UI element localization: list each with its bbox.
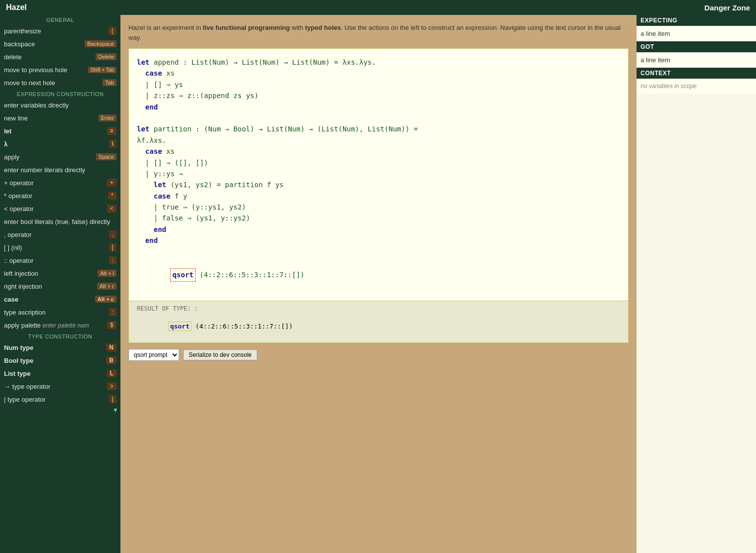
sidebar-item-newline[interactable]: new line Enter	[0, 111, 120, 124]
code-line-10: | y::ys ⇒	[137, 168, 620, 179]
shortcut-times: *	[108, 192, 116, 200]
sidebar-item-apply[interactable]: apply Space	[0, 150, 120, 163]
shortcut-lambda: \	[109, 140, 116, 148]
sidebar-item-times[interactable]: * operator *	[0, 189, 120, 202]
code-line-2: case xs	[137, 68, 620, 79]
sidebar-scroll-down[interactable]: ▼	[112, 407, 118, 414]
right-panel: EXPECTING a line item GOT a line item CO…	[637, 15, 756, 553]
sidebar-label-newline: new line	[4, 114, 28, 122]
result-label: RESULT OF TYPE: :	[137, 305, 620, 312]
shortcut-prev-hole: Shift + Tab	[88, 67, 116, 73]
danger-zone-label: Danger Zone	[704, 3, 750, 12]
sidebar-label-arrow-type: → type operator	[4, 383, 50, 390]
sidebar-item-let[interactable]: let =	[0, 124, 120, 137]
result-qsort-box: qsort	[168, 322, 192, 331]
shortcut-apply: Space	[96, 153, 116, 160]
sidebar-item-next-hole[interactable]: move to next hole Tab	[0, 76, 120, 89]
sidebar-label-let: let	[4, 127, 11, 135]
context-title: CONTEXT	[637, 68, 756, 79]
shortcut-list-type: L	[107, 369, 116, 377]
center-content: Hazel is an experiment in live functiona…	[120, 15, 637, 553]
code-editor[interactable]: let append : List(Num) → List(Num) → Lis…	[128, 48, 629, 301]
code-line-12: case f y	[137, 191, 620, 202]
sidebar-label-delete: delete	[4, 53, 21, 61]
sidebar-item-palette[interactable]: apply palette enter palette nam $	[0, 319, 120, 332]
got-value: a line item	[637, 52, 756, 68]
code-line-6: let partition : (Num → Bool) → List(Num)…	[137, 123, 620, 134]
sidebar-label-num-type: Num type	[4, 344, 33, 351]
sidebar-label-nil: [ ] (nil)	[4, 244, 22, 251]
sidebar-item-backspace[interactable]: backspace Backspace	[0, 37, 120, 50]
result-section: RESULT OF TYPE: : qsort (4::2::6::5::3::…	[128, 301, 629, 343]
sidebar-item-sum-type[interactable]: | type operator |	[0, 393, 120, 406]
shortcut-bool-type: B	[106, 356, 116, 364]
code-line-16: end	[137, 235, 620, 246]
sidebar-item-num-type[interactable]: Num type N	[0, 341, 120, 354]
bottom-bar: qsort prompt Serialize to dev console	[128, 349, 629, 361]
sidebar-label-right-inj: right injection	[4, 283, 42, 290]
sidebar-item-bool-type[interactable]: Bool type B	[0, 354, 120, 367]
sidebar-label-cons: :: operator	[4, 257, 33, 264]
sidebar-item-parenthesize[interactable]: parenthesize (	[0, 24, 120, 37]
sidebar-item-comma[interactable]: , operator ,	[0, 228, 120, 241]
sidebar-item-arrow-type[interactable]: → type operator >	[0, 380, 120, 393]
code-line-14: | false ⇒ (ys1, y::ys2)	[137, 213, 620, 223]
sidebar-label-next-hole: move to next hole	[4, 79, 55, 87]
sidebar-label-palette: apply palette enter palette nam	[4, 322, 89, 329]
sidebar-label-lt: < operator	[4, 205, 34, 213]
code-line-expr: qsort (4::2::6::5::3::1::7::[])	[137, 257, 620, 293]
sidebar-item-lambda[interactable]: λ \	[0, 137, 120, 150]
sidebar-label-times: * operator	[4, 192, 32, 200]
context-value: no variables in scope	[637, 79, 756, 94]
sidebar: GENERAL parenthesize ( backspace Backspa…	[0, 15, 120, 553]
sidebar-item-delete[interactable]: delete Delete	[0, 50, 120, 63]
type-section-title: TYPE CONSTRUCTION	[0, 332, 120, 341]
sidebar-label-list-type: List type	[4, 370, 30, 377]
expression-section-title: EXPRESSION CONSTRUCTION	[0, 89, 120, 99]
sidebar-label-enter-vars: enter variables directly	[4, 102, 69, 109]
shortcut-next-hole: Tab	[103, 79, 116, 86]
sidebar-item-case[interactable]: case Alt + c	[0, 293, 120, 306]
shortcut-let: =	[107, 127, 116, 135]
sidebar-label-enter-bools: enter bool literals (true, false) direct…	[4, 218, 110, 225]
code-line-13: | true ⇒ (y::ys1, ys2)	[137, 202, 620, 213]
shortcut-right-inj: Alt + r	[97, 283, 116, 290]
shortcut-parenthesize: (	[108, 27, 116, 35]
sidebar-item-nil[interactable]: [ ] (nil) [	[0, 241, 120, 254]
prompt-dropdown[interactable]: qsort prompt	[128, 349, 179, 361]
main-layout: GENERAL parenthesize ( backspace Backspa…	[0, 15, 756, 553]
sidebar-label-comma: , operator	[4, 231, 32, 238]
code-line-5: end	[137, 102, 620, 112]
sidebar-item-cons[interactable]: :: operator :	[0, 254, 120, 267]
shortcut-nil: [	[109, 243, 116, 251]
code-line-3: | [] ⇒ ys	[137, 79, 620, 90]
sidebar-label-plus: + operator	[4, 179, 34, 187]
expecting-value: a line item	[637, 26, 756, 41]
sidebar-label-backspace: backspace	[4, 40, 35, 48]
sidebar-item-enter-bools: enter bool literals (true, false) direct…	[0, 215, 120, 228]
serialize-button[interactable]: Serialize to dev console	[183, 349, 257, 360]
sidebar-item-plus[interactable]: + operator +	[0, 176, 120, 189]
app-header: Hazel Danger Zone	[0, 0, 756, 15]
shortcut-cons: :	[109, 256, 116, 264]
intro-text: Hazel is an experiment in live functiona…	[128, 23, 629, 42]
sidebar-item-enter-nums: enter number literals directly	[0, 163, 120, 176]
sidebar-item-right-inj[interactable]: right injection Alt + r	[0, 280, 120, 293]
shortcut-comma: ,	[109, 230, 116, 238]
code-line-7: λf.λxs.	[137, 135, 620, 146]
sidebar-label-prev-hole: move to previous hole	[4, 66, 67, 74]
shortcut-case: Alt + c	[95, 296, 116, 303]
sidebar-label-enter-nums: enter number literals directly	[4, 166, 85, 174]
sidebar-label-sum-type: | type operator	[4, 396, 46, 403]
sidebar-label-lambda: λ	[4, 140, 7, 148]
sidebar-item-enter-vars: enter variables directly	[0, 99, 120, 111]
sidebar-item-lt[interactable]: < operator <	[0, 202, 120, 215]
code-line-blank	[137, 112, 620, 123]
sidebar-item-list-type[interactable]: List type L	[0, 367, 120, 380]
app-title: Hazel	[6, 3, 27, 12]
sidebar-item-left-inj[interactable]: left injection Alt + l	[0, 267, 120, 280]
sidebar-item-prev-hole[interactable]: move to previous hole Shift + Tab	[0, 63, 120, 76]
palette-placeholder: enter palette nam	[42, 322, 89, 329]
shortcut-num-type: N	[106, 343, 116, 351]
sidebar-item-ascription[interactable]: type ascription :	[0, 306, 120, 319]
